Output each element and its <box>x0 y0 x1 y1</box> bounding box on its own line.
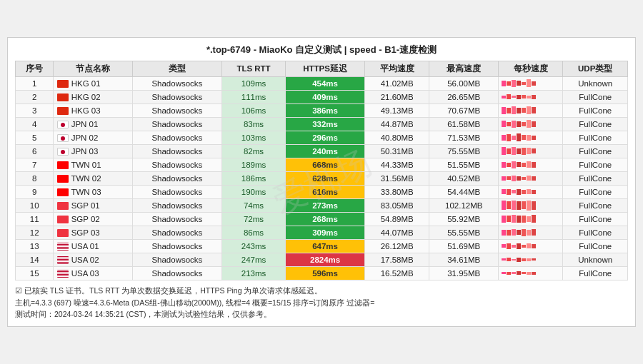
speed-bar-segment <box>532 136 536 140</box>
table-header: 序号节点名称类型TLS RTTHTTPS延迟平均速度最高速度每秒速度UDP类型 <box>16 61 628 76</box>
row-name: HKG 02 <box>54 90 132 103</box>
row-udp: FullCone <box>563 185 628 198</box>
row-avg-speed: 44.07MB <box>365 226 429 239</box>
table-row: 3 HKG 03Shadowsocks106ms386ms49.13MB70.6… <box>16 103 628 117</box>
speed-bar-segment <box>517 216 521 223</box>
row-https: 240ms <box>286 144 365 158</box>
row-id: 2 <box>16 90 54 103</box>
row-avg-speed: 44.87MB <box>365 117 429 131</box>
speed-bar-segment <box>517 230 521 235</box>
row-avg-speed: 44.33MB <box>365 158 429 171</box>
speed-bar-segment <box>527 96 531 98</box>
row-max-speed: 55.55MB <box>429 226 499 239</box>
speed-bar-segment <box>517 271 521 275</box>
speed-bar-segment <box>522 163 526 167</box>
table-row: 15 USA 03Shadowsocks213ms596ms16.52MB31.… <box>16 266 628 280</box>
row-https: 409ms <box>286 90 365 103</box>
row-tls: 82ms <box>222 144 286 158</box>
row-speed-bar <box>499 144 563 158</box>
row-id: 14 <box>16 253 54 266</box>
row-name: SGP 01 <box>54 198 132 212</box>
row-type: Shadowsocks <box>132 144 221 158</box>
speed-bar-segment <box>527 176 531 181</box>
row-speed-bar <box>499 117 563 131</box>
row-speed-bar <box>499 158 563 171</box>
speed-bar-segment <box>532 244 536 248</box>
row-id: 15 <box>16 266 54 280</box>
row-max-speed: 55.92MB <box>429 212 499 226</box>
row-id: 12 <box>16 226 54 239</box>
col-header: 最高速度 <box>429 61 499 76</box>
row-tls: 72ms <box>222 212 286 226</box>
row-https: 296ms <box>286 131 365 144</box>
main-container: 爱机场 *.top-6749 - MiaoKo 自定义测试 | speed - … <box>7 37 636 327</box>
speed-bar-segment <box>522 201 526 209</box>
row-speed-bar <box>499 171 563 185</box>
row-type: Shadowsocks <box>132 103 221 117</box>
row-name: JPN 03 <box>54 144 132 158</box>
speed-bar-segment <box>532 176 536 181</box>
row-avg-speed: 40.80MB <box>365 131 429 144</box>
row-https: 668ms <box>286 158 365 171</box>
speed-bar-segment <box>517 148 521 154</box>
row-id: 6 <box>16 144 54 158</box>
speed-bar-segment <box>507 189 511 195</box>
speed-bar-segment <box>502 81 506 86</box>
speed-bar-segment <box>512 161 516 168</box>
row-speed-bar <box>499 226 563 239</box>
speed-bar-segment <box>502 147 506 155</box>
footer-line3: 测试时间：2024-03-24 14:35:21 (CST)，本测试为试验性结果… <box>15 308 628 320</box>
row-tls: 186ms <box>222 171 286 185</box>
row-https: 628ms <box>286 171 365 185</box>
speed-bar-segment <box>517 133 521 141</box>
table-row: 4 JPN 01Shadowsocks83ms332ms44.87MB61.58… <box>16 117 628 131</box>
speed-bar-segment <box>517 81 521 86</box>
row-udp: FullCone <box>563 198 628 212</box>
col-header: HTTPS延迟 <box>286 61 365 76</box>
row-max-speed: 26.65MB <box>429 90 499 103</box>
row-speed-bar <box>499 239 563 253</box>
row-udp: FullCone <box>563 103 628 117</box>
table-row: 6 JPN 03Shadowsocks82ms240ms50.31MB75.55… <box>16 144 628 158</box>
row-https: 454ms <box>286 76 365 90</box>
row-avg-speed: 26.12MB <box>365 239 429 253</box>
row-speed-bar <box>499 76 563 90</box>
speed-bar-segment <box>532 190 536 194</box>
speed-bar-segment <box>507 243 511 249</box>
speed-bar-segment <box>507 134 511 141</box>
row-type: Shadowsocks <box>132 253 221 266</box>
speed-bar-segment <box>532 229 536 236</box>
row-type: Shadowsocks <box>132 239 221 253</box>
speed-bar-segment <box>522 216 526 223</box>
speed-bar-segment <box>527 258 531 261</box>
row-type: Shadowsocks <box>132 266 221 280</box>
col-header: 序号 <box>16 61 54 76</box>
speed-bar-segment <box>527 189 531 194</box>
col-header: 节点名称 <box>54 61 132 76</box>
speed-bar-segment <box>522 122 526 126</box>
row-type: Shadowsocks <box>132 212 221 226</box>
row-tls: 247ms <box>222 253 286 266</box>
speed-bar-segment <box>527 201 531 211</box>
row-name: TWN 01 <box>54 158 132 171</box>
speed-bar-segment <box>512 136 516 140</box>
row-speed-bar <box>499 212 563 226</box>
row-type: Shadowsocks <box>132 117 221 131</box>
speed-bar-segment <box>517 162 521 167</box>
speed-bar-segment <box>522 148 526 155</box>
row-id: 3 <box>16 103 54 117</box>
speed-bar-segment <box>517 201 521 210</box>
speed-bar-segment <box>512 176 516 181</box>
row-speed-bar <box>499 185 563 198</box>
speed-bar-segment <box>532 201 536 210</box>
row-name: JPN 01 <box>54 117 132 131</box>
row-name: USA 02 <box>54 253 132 266</box>
speed-bar-segment <box>502 272 506 274</box>
speed-bar-segment <box>512 106 516 114</box>
row-udp: Unknown <box>563 76 628 90</box>
row-type: Shadowsocks <box>132 226 221 239</box>
speed-bar-segment <box>502 162 506 168</box>
speed-bar-segment <box>527 216 531 222</box>
speed-bar-segment <box>527 120 531 128</box>
speed-bar-segment <box>527 272 531 275</box>
